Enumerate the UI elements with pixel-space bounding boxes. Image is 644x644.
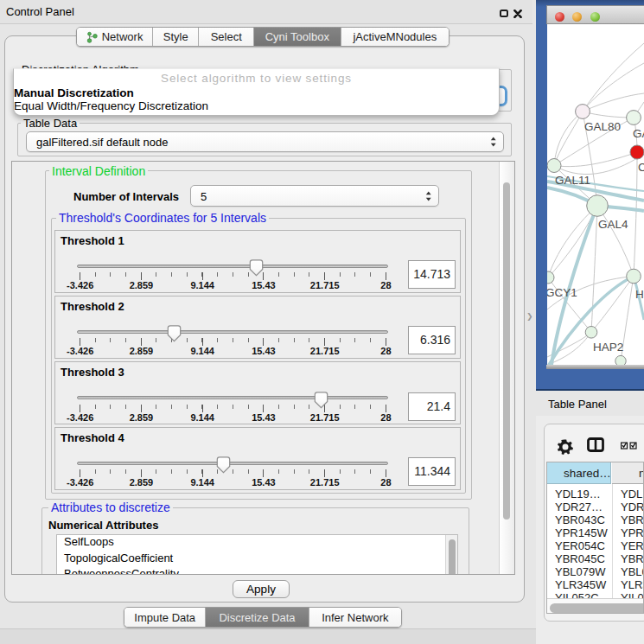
svg-text:GAL4: GAL4 xyxy=(598,218,628,231)
svg-text:C: C xyxy=(638,161,644,174)
svg-text:H: H xyxy=(635,288,644,301)
svg-text:GA: GA xyxy=(633,127,644,140)
svg-text:GAL80: GAL80 xyxy=(584,120,621,133)
svg-text:HAP2: HAP2 xyxy=(593,341,623,354)
svg-text:GAL11: GAL11 xyxy=(555,174,590,187)
svg-text:GCY1: GCY1 xyxy=(547,286,577,299)
